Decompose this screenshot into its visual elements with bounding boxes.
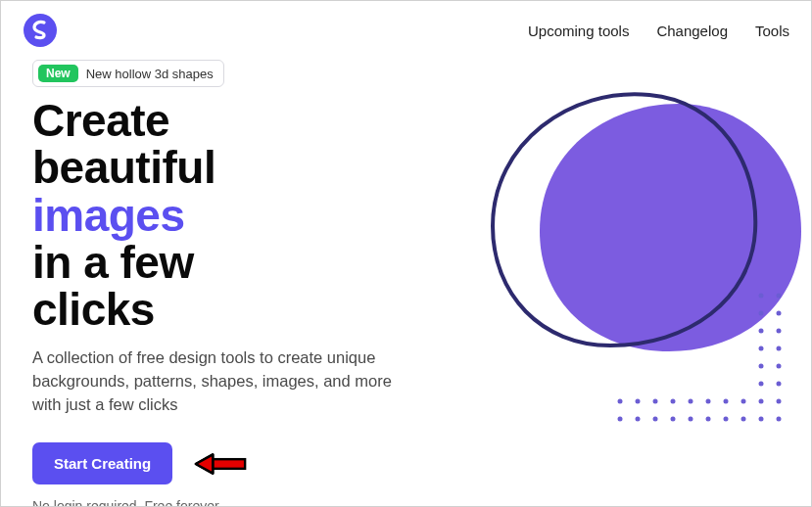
badge-new-pill: New — [38, 65, 78, 82]
svg-point-33 — [777, 417, 782, 422]
hero-line3: in a few — [32, 237, 194, 288]
hero-line2: beautiful — [32, 142, 215, 193]
svg-point-31 — [741, 417, 746, 422]
svg-point-9 — [777, 346, 782, 351]
svg-point-15 — [636, 399, 641, 404]
badge-text: New hollow 3d shapes — [86, 67, 214, 81]
svg-point-29 — [706, 417, 711, 422]
svg-point-28 — [689, 417, 693, 422]
svg-point-27 — [671, 417, 676, 422]
svg-point-11 — [777, 364, 782, 369]
svg-point-25 — [636, 417, 641, 422]
nav-upcoming-tools[interactable]: Upcoming tools — [528, 23, 629, 39]
hero-line1: Create — [32, 95, 169, 146]
hero-subtitle: A collection of free design tools to cre… — [32, 346, 405, 417]
svg-point-0 — [24, 14, 57, 47]
svg-point-10 — [759, 364, 764, 369]
svg-point-32 — [759, 417, 764, 422]
svg-point-3 — [777, 294, 782, 299]
hero-illustration — [444, 60, 780, 471]
svg-point-7 — [777, 329, 782, 334]
svg-point-5 — [777, 311, 782, 316]
start-creating-button[interactable]: Start Creating — [32, 442, 172, 484]
svg-point-16 — [653, 399, 658, 404]
svg-point-2 — [759, 294, 764, 299]
svg-point-4 — [759, 311, 764, 316]
svg-point-19 — [706, 399, 711, 404]
svg-point-14 — [618, 399, 623, 404]
svg-point-8 — [759, 346, 764, 351]
svg-point-17 — [671, 399, 676, 404]
svg-point-18 — [689, 399, 693, 404]
footnote: No login required. Free forever — [32, 498, 424, 507]
nav-tools[interactable]: Tools — [755, 23, 789, 39]
svg-point-24 — [618, 417, 623, 422]
svg-point-23 — [777, 399, 782, 404]
nav-changelog[interactable]: Changelog — [656, 23, 728, 39]
svg-point-6 — [759, 329, 764, 334]
svg-point-22 — [759, 399, 764, 404]
dot-grid-decoration — [616, 290, 788, 441]
svg-point-12 — [759, 382, 764, 387]
main-nav: Upcoming tools Changelog Tools — [528, 23, 789, 39]
svg-point-26 — [653, 417, 658, 422]
hero-accent-word: images — [32, 190, 185, 241]
svg-point-20 — [724, 399, 729, 404]
svg-point-21 — [741, 399, 746, 404]
new-feature-badge[interactable]: New New hollow 3d shapes — [32, 60, 224, 87]
hero-line4: clicks — [32, 284, 155, 335]
arrow-annotation-icon — [192, 446, 249, 482]
svg-rect-1 — [213, 459, 245, 469]
svg-point-13 — [777, 382, 782, 387]
svg-point-30 — [724, 417, 729, 422]
hero-headline: Create beautiful images in a few clicks — [32, 97, 424, 333]
logo[interactable] — [23, 13, 58, 48]
